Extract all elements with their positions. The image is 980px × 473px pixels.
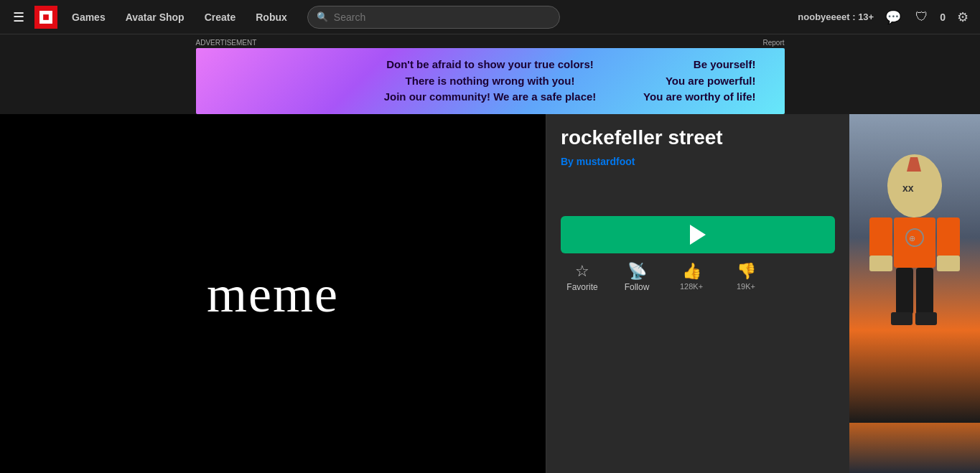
- svg-rect-13: [891, 312, 913, 325]
- char-image: xx ⊕: [849, 114, 980, 473]
- robux-count: 0: [940, 11, 946, 23]
- ad-line-1: Don't be afraid to show your true colors…: [384, 57, 597, 73]
- ad-line-2: There is nothing wrong with you!: [384, 73, 597, 90]
- search-input[interactable]: [334, 11, 551, 23]
- like-count: 128K+: [680, 282, 703, 291]
- ad-line-3: Join our community! We are a safe place!: [384, 89, 597, 106]
- ad-label: ADVERTISEMENT: [196, 39, 257, 47]
- svg-rect-8: [937, 217, 960, 257]
- ad-right-line-2: You are powerful!: [643, 73, 755, 90]
- play-icon: [690, 225, 706, 245]
- dislike-button[interactable]: 👎 19K+: [724, 263, 767, 291]
- username-label: noobyeeeet : 13+: [798, 11, 874, 22]
- search-icon: 🔍: [317, 11, 328, 22]
- nav-robux[interactable]: Robux: [247, 7, 296, 27]
- star-icon: ☆: [575, 263, 589, 279]
- like-button[interactable]: 👍 128K+: [670, 263, 713, 291]
- svg-text:xx: xx: [902, 182, 914, 194]
- thumbs-up-icon: 👍: [682, 263, 701, 279]
- svg-rect-6: [894, 217, 935, 268]
- follow-button[interactable]: 📡 Follow: [615, 263, 658, 292]
- nav-right: noobyeeeet : 13+ 💬 🛡 0 ⚙: [798, 6, 971, 28]
- nav-create[interactable]: Create: [196, 7, 245, 27]
- thumbs-down-icon: 👎: [737, 263, 756, 279]
- char-svg: xx ⊕: [849, 114, 980, 423]
- ad-right-line-3: You are worthy of life!: [643, 89, 755, 106]
- main-content: meme rockefeller street By mustardfoot ☆…: [0, 114, 980, 473]
- svg-rect-11: [896, 268, 913, 314]
- roblox-logo-icon[interactable]: [34, 6, 57, 29]
- play-button[interactable]: [561, 216, 835, 253]
- search-bar[interactable]: 🔍: [307, 6, 560, 29]
- nav-avatar-shop[interactable]: Avatar Shop: [117, 7, 193, 27]
- game-author: By mustardfoot: [561, 156, 835, 167]
- shield-icon[interactable]: 🛡: [913, 6, 931, 27]
- favorite-label: Favorite: [566, 282, 597, 292]
- nav-games[interactable]: Games: [63, 7, 114, 27]
- settings-icon[interactable]: ⚙: [954, 6, 971, 28]
- follow-label: Follow: [625, 282, 650, 292]
- action-row: ☆ Favorite 📡 Follow 👍 128K+ 👎 19K+: [561, 263, 835, 292]
- follow-icon: 📡: [627, 263, 647, 279]
- ad-banner[interactable]: Don't be afraid to show your true colors…: [196, 48, 785, 114]
- svg-rect-10: [937, 256, 960, 271]
- thumbnail-text: meme: [207, 265, 339, 324]
- game-title: rockefeller street: [561, 126, 835, 150]
- favorite-button[interactable]: ☆ Favorite: [561, 263, 604, 292]
- author-link[interactable]: mustardfoot: [577, 156, 635, 167]
- game-thumbnail: meme: [0, 114, 546, 473]
- ad-label-row: ADVERTISEMENT Report: [196, 39, 785, 47]
- svg-text:⊕: ⊕: [909, 234, 915, 243]
- ad-text-left: Don't be afraid to show your true colors…: [370, 57, 611, 106]
- chat-icon[interactable]: 💬: [882, 6, 904, 28]
- hamburger-icon[interactable]: ☰: [9, 5, 29, 29]
- dislike-count: 19K+: [737, 282, 755, 291]
- nav-links: Games Avatar Shop Create Robux: [63, 7, 296, 27]
- svg-rect-9: [869, 256, 892, 271]
- ad-right-line-1: Be yourself!: [643, 57, 755, 73]
- svg-rect-7: [869, 217, 892, 257]
- ad-text-right: Be yourself! You are powerful! You are w…: [643, 57, 755, 106]
- game-info-panel: rockefeller street By mustardfoot ☆ Favo…: [546, 114, 849, 473]
- top-nav: ☰ Games Avatar Shop Create Robux 🔍 nooby…: [0, 0, 980, 34]
- svg-rect-14: [915, 312, 937, 325]
- ad-report[interactable]: Report: [762, 39, 784, 47]
- ad-wrapper: ADVERTISEMENT Report Don't be afraid to …: [0, 34, 980, 114]
- svg-rect-2: [43, 14, 49, 20]
- svg-rect-12: [916, 268, 933, 314]
- char-preview: xx ⊕: [849, 114, 980, 473]
